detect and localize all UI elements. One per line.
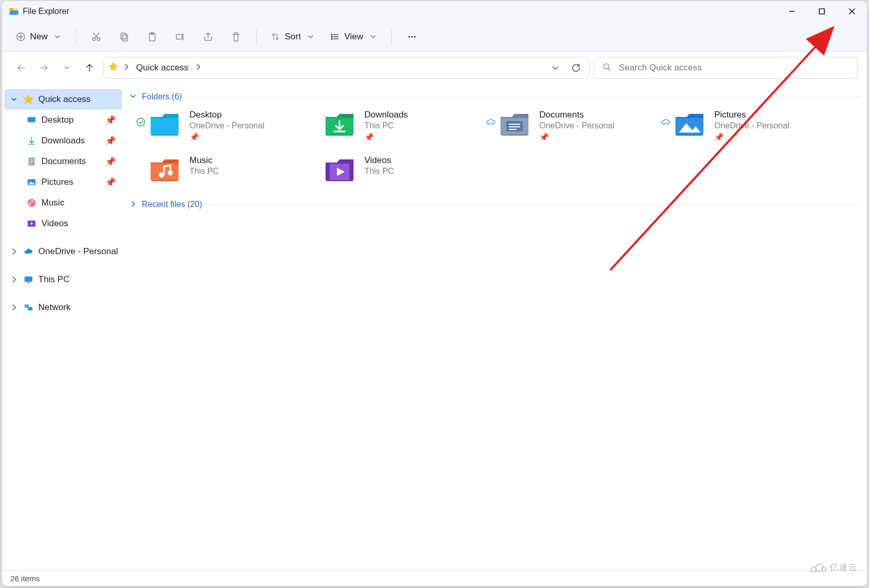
svg-point-56 xyxy=(137,119,145,126)
pin-icon: 📌 xyxy=(189,133,264,142)
svg-point-25 xyxy=(331,36,332,37)
chevron-right-icon[interactable] xyxy=(194,62,203,74)
view-button[interactable]: View xyxy=(323,25,384,48)
folder-item-documents[interactable]: Documents OneDrive - Personal 📌 xyxy=(499,110,674,142)
body: Quick access Desktop 📌 Downloads 📌 Docum… xyxy=(2,84,867,570)
svg-point-31 xyxy=(414,36,416,37)
chevron-down-icon[interactable] xyxy=(9,95,19,104)
sidebar-item-onedrive[interactable]: OneDrive - Personal xyxy=(4,241,122,262)
folder-location: This PC xyxy=(364,121,408,130)
cut-button[interactable] xyxy=(83,25,109,48)
status-cloud-icon xyxy=(485,117,496,129)
nav-up-button[interactable] xyxy=(80,58,99,78)
sidebar-item-label: Music xyxy=(41,198,64,208)
svg-point-70 xyxy=(168,170,173,175)
sidebar-item-music[interactable]: Music xyxy=(4,193,122,213)
folder-item-videos[interactable]: Videos This PC xyxy=(324,155,499,182)
chevron-right-icon[interactable] xyxy=(122,62,131,74)
status-cloud-icon xyxy=(660,117,671,129)
minimize-button[interactable] xyxy=(777,1,807,22)
svg-rect-72 xyxy=(326,164,330,180)
folder-location: OneDrive - Personal xyxy=(539,121,614,130)
address-dropdown-button[interactable] xyxy=(547,59,564,77)
sidebar-item-downloads[interactable]: Downloads 📌 xyxy=(4,130,122,151)
folder-item-desktop[interactable]: Desktop OneDrive - Personal 📌 xyxy=(149,110,324,142)
toolbar-separator xyxy=(76,28,76,45)
svg-rect-15 xyxy=(121,33,126,39)
new-button[interactable]: New xyxy=(9,25,68,48)
sidebar-item-label: Network xyxy=(38,302,70,313)
search-icon xyxy=(601,62,612,74)
svg-rect-55 xyxy=(28,307,32,311)
titlebar: File Explorer xyxy=(2,1,867,22)
folder-icon xyxy=(324,111,355,137)
folder-item-pictures[interactable]: Pictures OneDrive - Personal 📌 xyxy=(674,110,849,142)
section-folders-label: Folders (6) xyxy=(142,92,182,101)
close-button[interactable] xyxy=(837,1,867,22)
svg-point-27 xyxy=(331,38,332,39)
sidebar-item-label: Documents xyxy=(41,156,86,167)
new-label: New xyxy=(30,32,48,42)
maximize-button[interactable] xyxy=(807,1,837,22)
cloud-icon xyxy=(23,246,34,257)
sort-label: Sort xyxy=(285,32,301,42)
section-recent-label: Recent files (20) xyxy=(142,200,202,209)
folder-item-downloads[interactable]: Downloads This PC 📌 xyxy=(324,110,499,142)
svg-rect-4 xyxy=(819,9,824,14)
svg-point-29 xyxy=(408,36,410,37)
folder-name: Videos xyxy=(364,155,394,166)
search-box[interactable] xyxy=(594,57,858,79)
sidebar-item-label: OneDrive - Personal xyxy=(38,246,118,257)
chevron-right-icon[interactable] xyxy=(9,303,19,312)
breadcrumb-quick-access[interactable]: Quick access xyxy=(134,63,190,73)
folder-name: Music xyxy=(189,155,219,166)
sidebar-item-documents[interactable]: Documents 📌 xyxy=(4,151,122,172)
section-recent-files[interactable]: Recent files (20) xyxy=(128,199,867,210)
desktop-icon xyxy=(26,115,37,125)
sidebar-item-this-pc[interactable]: This PC xyxy=(4,269,122,290)
svg-rect-73 xyxy=(349,164,354,180)
svg-point-23 xyxy=(331,34,332,35)
paste-button[interactable] xyxy=(139,25,165,48)
app-icon xyxy=(6,6,22,17)
delete-button[interactable] xyxy=(223,25,249,48)
sidebar-item-network[interactable]: Network xyxy=(4,297,122,318)
section-folders[interactable]: Folders (6) xyxy=(128,91,867,102)
sidebar-item-label: Pictures xyxy=(41,177,73,187)
sidebar-item-pictures[interactable]: Pictures 📌 xyxy=(4,172,122,193)
pin-icon: 📌 xyxy=(539,133,614,142)
pin-icon: 📌 xyxy=(105,156,116,167)
copy-button[interactable] xyxy=(111,25,137,48)
folder-location: This PC xyxy=(189,167,219,176)
picture-icon xyxy=(26,177,37,187)
star-icon xyxy=(108,62,119,74)
sidebar-item-quick-access[interactable]: Quick access xyxy=(4,89,122,110)
sort-button[interactable]: Sort xyxy=(264,25,321,48)
svg-rect-39 xyxy=(28,117,36,122)
chevron-right-icon[interactable] xyxy=(9,247,19,256)
address-bar[interactable]: Quick access xyxy=(104,57,590,79)
navigation-pane: Quick access Desktop 📌 Downloads 📌 Docum… xyxy=(2,84,124,570)
sidebar-item-desktop[interactable]: Desktop 📌 xyxy=(4,110,122,130)
status-item-count: 26 items xyxy=(10,574,40,583)
rename-button[interactable] xyxy=(167,25,193,48)
folder-location: This PC xyxy=(364,167,394,176)
nav-back-button[interactable] xyxy=(11,58,31,78)
monitor-icon xyxy=(23,274,34,285)
folder-item-music[interactable]: Music This PC xyxy=(149,155,324,182)
pin-icon: 📌 xyxy=(364,133,408,142)
refresh-button[interactable] xyxy=(567,59,585,77)
file-explorer-window: File Explorer New xyxy=(2,1,867,586)
status-synced-icon xyxy=(136,117,146,129)
nav-forward-button[interactable] xyxy=(34,58,54,78)
sidebar-item-videos[interactable]: Videos xyxy=(4,213,122,234)
folder-name: Pictures xyxy=(714,110,789,120)
search-input[interactable] xyxy=(619,63,850,73)
svg-line-37 xyxy=(608,68,610,70)
nav-history-button[interactable] xyxy=(57,58,77,78)
more-button[interactable] xyxy=(399,25,425,48)
chevron-right-icon[interactable] xyxy=(9,275,19,284)
svg-rect-57 xyxy=(151,118,179,135)
chevron-right-icon xyxy=(128,199,138,211)
share-button[interactable] xyxy=(195,25,221,48)
